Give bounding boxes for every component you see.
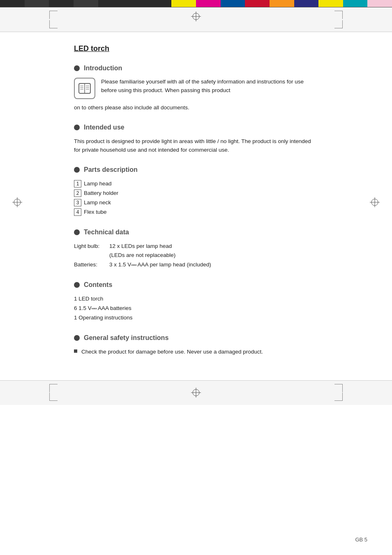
tech-row-2: Batteries: 3 x 1.5 V══ AAA per lamp head…	[74, 260, 318, 270]
part-item-1: 1 Lamp head	[74, 179, 318, 189]
part-label-4: Flex tube	[84, 208, 107, 217]
tech-value-2: 3 x 1.5 V══ AAA per lamp head (included)	[109, 260, 211, 270]
intended-use-body: This product is designed to provide ligh…	[74, 137, 318, 155]
bullet-icon-4	[74, 229, 80, 235]
contents-item-2: 6 1.5 V══ AAA batteries	[74, 304, 318, 313]
safety-text-1: Check the product for damage before use.…	[81, 347, 263, 356]
bullet-icon-6	[74, 335, 80, 341]
part-label-2: Battery holder	[84, 189, 118, 198]
contents-title: Contents	[84, 281, 112, 289]
book-icon	[74, 78, 95, 99]
bottom-marks-area	[0, 380, 392, 405]
part-item-2: 2 Battery holder	[74, 189, 318, 198]
intended-use-heading: Intended use	[74, 124, 318, 131]
tech-label-2: Batteries:	[74, 260, 103, 270]
introduction-title: Introduction	[84, 65, 122, 72]
section-parts: Parts description 1 Lamp head 2 Battery …	[74, 166, 318, 217]
page-number: GB 5	[355, 536, 367, 543]
safety-title: General safety instructions	[84, 334, 168, 342]
bullet-icon-2	[74, 125, 80, 130]
part-label-1: Lamp head	[84, 179, 112, 189]
section-intended-use: Intended use This product is designed to…	[74, 124, 318, 155]
bullet-icon-5	[74, 282, 80, 288]
safety-bullet-icon	[74, 349, 77, 353]
section-technical: Technical data Light bulb: 12 x LEDs per…	[74, 229, 318, 270]
reg-mark-bottom	[191, 388, 201, 398]
technical-heading: Technical data	[74, 229, 318, 236]
part-num-3: 3	[74, 199, 81, 206]
part-num-1: 1	[74, 180, 81, 187]
intended-use-title: Intended use	[84, 124, 125, 131]
tech-value-1b: (LEDs are not replaceable)	[109, 251, 318, 260]
safety-list: Check the product for damage before use.…	[74, 347, 318, 356]
contents-item-1: 1 LED torch	[74, 294, 318, 304]
part-label-3: Lamp neck	[84, 198, 111, 208]
reg-mark-top	[191, 12, 201, 21]
contents-heading: Contents	[74, 281, 318, 289]
bullet-icon-3	[74, 167, 80, 173]
safety-heading: General safety instructions	[74, 334, 318, 342]
reg-mark-right	[370, 197, 380, 208]
contents-item-3: 1 Operating instructions	[74, 313, 318, 323]
tech-row-1: Light bulb: 12 x LEDs per lamp head	[74, 242, 318, 251]
top-marks-area	[0, 7, 392, 32]
section-contents: Contents 1 LED torch 6 1.5 V══ AAA batte…	[74, 281, 318, 323]
part-item-4: 4 Flex tube	[74, 208, 318, 217]
tech-value-1: 12 x LEDs per lamp head	[109, 242, 172, 251]
section-safety: General safety instructions Check the pr…	[74, 334, 318, 356]
part-num-4: 4	[74, 208, 81, 216]
bullet-icon	[74, 65, 80, 71]
intro-text-inline: Please familiarise yourself with all of …	[101, 78, 318, 95]
intro-block: Please familiarise yourself with all of …	[74, 78, 318, 99]
parts-title: Parts description	[84, 166, 138, 173]
tech-label-1: Light bulb:	[74, 242, 103, 251]
introduction-heading: Introduction	[74, 65, 318, 72]
main-content: LED torch Introduction	[0, 32, 392, 380]
safety-item-1: Check the product for damage before use.…	[74, 347, 318, 356]
section-introduction: Introduction	[74, 65, 318, 112]
parts-heading: Parts description	[74, 166, 318, 173]
technical-table: Light bulb: 12 x LEDs per lamp head (LED…	[74, 242, 318, 270]
technical-title: Technical data	[84, 229, 129, 236]
color-bar	[0, 0, 392, 7]
reg-mark-left	[12, 197, 22, 208]
part-num-2: 2	[74, 190, 81, 197]
contents-list: 1 LED torch 6 1.5 V══ AAA batteries 1 Op…	[74, 294, 318, 323]
page-title: LED torch	[74, 44, 318, 53]
parts-list: 1 Lamp head 2 Battery holder 3 Lamp neck…	[74, 179, 318, 217]
part-item-3: 3 Lamp neck	[74, 198, 318, 208]
intro-continuation: on to others please also include all doc…	[74, 103, 318, 112]
